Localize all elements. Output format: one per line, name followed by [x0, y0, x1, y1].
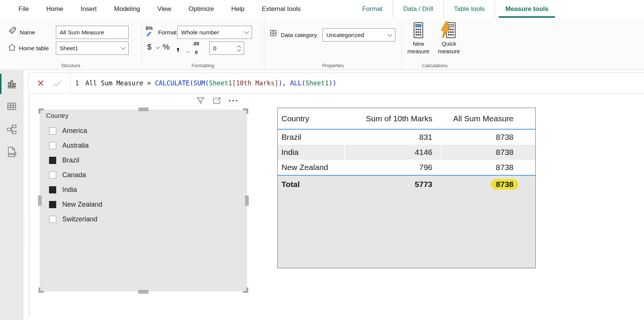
table-row-india[interactable]: India 4146 8738 [278, 145, 535, 160]
dax-token: [10th Marks] [232, 79, 278, 87]
quick-measure-button[interactable]: Quick measure [433, 22, 464, 55]
menu-help[interactable]: Help [223, 0, 253, 18]
menu-insert[interactable]: Insert [72, 0, 106, 18]
powerbi-window: File Home Insert Modeling View Optimize … [0, 0, 644, 320]
dax-token: ) [278, 79, 282, 87]
column-header-sum-10th-marks[interactable]: Sum of 10th Marks [345, 108, 441, 129]
spinner-arrows[interactable] [238, 45, 240, 51]
cancel-formula-button[interactable] [37, 80, 44, 87]
slicer-item-america[interactable]: America [40, 124, 247, 138]
table-header-row: Country Sum of 10th Marks All Sum Measur… [278, 108, 535, 129]
format-dropdown[interactable]: Whole number [177, 26, 252, 39]
cell-all-sum-measure: 8738 [442, 130, 535, 145]
tab-measure-tools[interactable]: Measure tools [495, 0, 558, 18]
checkbox[interactable] [49, 186, 56, 193]
tab-data-drill[interactable]: Data / Drill [393, 0, 443, 18]
table-view-button[interactable] [0, 95, 23, 118]
slicer-item-label: Canada [62, 171, 86, 179]
view-rail: DAX [0, 70, 23, 320]
ribbon-group-formatting: $% Format Whole number $ % , .00 → 0 0 [141, 18, 264, 70]
column-header-country[interactable]: Country [278, 108, 344, 129]
name-tag-icon [8, 26, 17, 35]
cell-sum-10th-marks: 4146 [345, 145, 441, 160]
slicer-item-label: Brazil [62, 156, 79, 164]
properties-group-label: Properties [264, 63, 402, 68]
dax-token: ALL( [290, 79, 306, 87]
quick-measure-label: Quick measure [433, 40, 464, 55]
table-row-new-zealand[interactable]: New Zealand 796 8738 [278, 160, 535, 175]
name-label: Name [20, 29, 35, 36]
menu-file[interactable]: File [10, 0, 37, 18]
new-measure-label: New measure [405, 40, 432, 55]
slicer-item-canada[interactable]: Canada [40, 168, 247, 182]
percent-format-button[interactable]: % [163, 42, 170, 51]
menu-external-tools[interactable]: External tools [253, 0, 309, 18]
report-view-button[interactable] [0, 73, 23, 95]
checkbox[interactable] [49, 157, 56, 164]
model-view-button[interactable] [0, 118, 23, 141]
filter-icon[interactable] [196, 96, 205, 105]
report-view-icon [6, 78, 17, 90]
resize-handle[interactable] [243, 288, 248, 293]
resize-handle[interactable] [138, 108, 148, 111]
resize-handle[interactable] [243, 108, 248, 114]
currency-chevron-icon[interactable] [156, 45, 160, 49]
decimal-places-icon[interactable]: .00 → 0 [185, 42, 201, 54]
canvas-alignment-guide [29, 95, 29, 317]
currency-format-button[interactable]: $ [147, 42, 152, 51]
dax-token: CALCULATE( [155, 79, 193, 87]
menu-home[interactable]: Home [37, 0, 72, 18]
menu-modeling[interactable]: Modeling [105, 0, 149, 18]
slicer-item-india[interactable]: India [40, 182, 247, 197]
tab-format[interactable]: Format [352, 0, 392, 18]
checkbox[interactable] [49, 172, 56, 179]
slicer-item-label: Switzerland [62, 215, 97, 223]
commit-formula-button[interactable] [53, 80, 62, 87]
resize-handle[interactable] [38, 288, 44, 293]
dax-query-view-button[interactable]: DAX [0, 141, 23, 163]
slicer-item-australia[interactable]: Australia [40, 138, 247, 153]
data-category-icon [269, 29, 277, 37]
svg-text:DAX: DAX [9, 152, 15, 156]
dax-token: All Sum Measure = [85, 79, 155, 87]
menu-optimize[interactable]: Optimize [180, 0, 223, 18]
dax-formula-input[interactable]: 1 All Sum Measure = CALCULATE(SUM(Sheet1… [71, 73, 644, 93]
decimal-places-value: 0 [213, 45, 217, 52]
tab-table-tools[interactable]: Table tools [444, 0, 494, 18]
country-slicer-visual[interactable]: Country America Australia Brazil Canada … [40, 110, 247, 292]
ribbon-group-properties: Data category Uncategorized Properties [264, 18, 402, 70]
new-measure-button[interactable]: New measure [405, 22, 432, 55]
resize-handle[interactable] [38, 196, 41, 206]
resize-handle[interactable] [138, 290, 148, 294]
slicer-item-label: America [62, 127, 87, 135]
cell-all-sum-measure: 8738 [442, 160, 535, 175]
slicer-item-new-zealand[interactable]: New Zealand [40, 197, 247, 212]
home-table-label: Home table [19, 45, 49, 52]
format-label: Format [158, 29, 177, 36]
checkbox[interactable] [49, 127, 56, 134]
thousands-separator-button[interactable]: , [176, 38, 180, 53]
home-table-dropdown[interactable]: Sheet1 [56, 42, 129, 55]
column-header-all-sum-measure[interactable]: All Sum Measure [442, 108, 535, 129]
slicer-item-switzerland[interactable]: Switzerland [40, 212, 247, 227]
focus-mode-icon[interactable] [212, 96, 221, 105]
spin-down-icon[interactable] [237, 48, 241, 52]
format-pencil-icon: $% [145, 25, 156, 37]
results-table-visual[interactable]: Country Sum of 10th Marks All Sum Measur… [277, 108, 536, 268]
ribbon-group-structure: Name All Sum Measure Home table Sheet1 S… [0, 18, 142, 70]
decimal-places-spinner[interactable]: 0 [209, 42, 244, 55]
data-category-dropdown[interactable]: Uncategorized [323, 28, 395, 42]
table-row-brazil[interactable]: Brazil 831 8738 [278, 130, 535, 145]
checkbox[interactable] [49, 142, 56, 149]
dax-token: SUM( [194, 79, 209, 87]
resize-handle[interactable] [38, 108, 44, 114]
more-options-icon[interactable] [229, 96, 238, 105]
resize-handle[interactable] [245, 196, 249, 206]
home-table-value: Sheet1 [60, 45, 78, 52]
measure-name-input[interactable]: All Sum Measure [56, 26, 129, 39]
checkbox[interactable] [49, 201, 56, 208]
formula-line-number: 1 [75, 79, 79, 87]
slicer-item-brazil[interactable]: Brazil [40, 153, 247, 168]
menu-view[interactable]: View [149, 0, 180, 18]
checkbox[interactable] [49, 216, 56, 223]
